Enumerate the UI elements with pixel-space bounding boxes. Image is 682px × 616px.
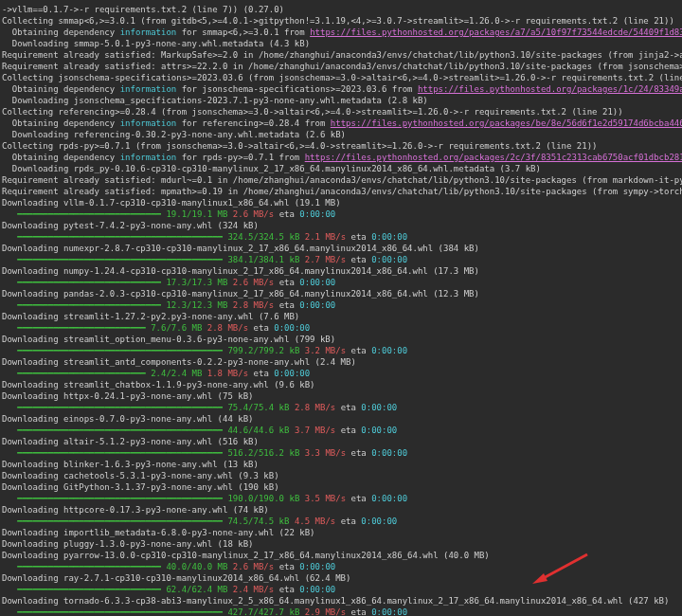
terminal-output[interactable]: ->vllm==0.1.7->-r requirements.txt.2 (li… <box>0 0 682 616</box>
terminal-lines: ->vllm==0.1.7->-r requirements.txt.2 (li… <box>2 4 680 616</box>
